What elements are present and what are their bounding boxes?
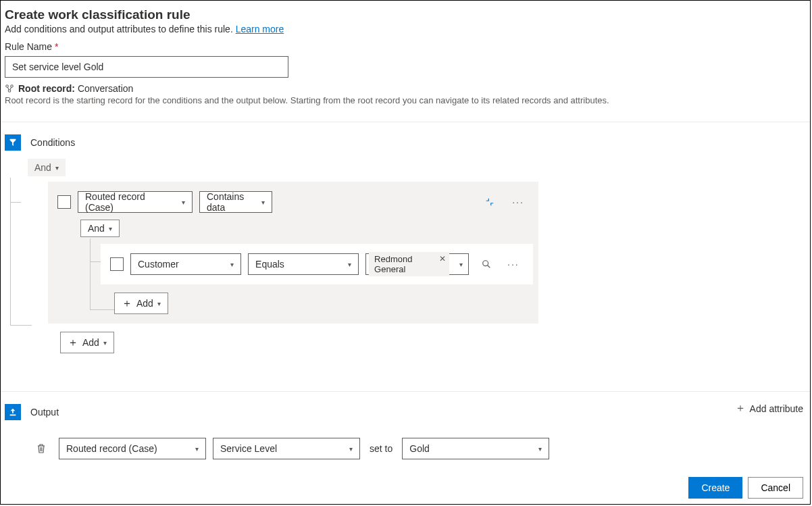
plus-icon: ＋ [122, 297, 132, 311]
remove-tag-icon[interactable]: ✕ [439, 254, 446, 263]
chevron-down-icon: ▾ [261, 199, 265, 206]
output-title: Output [30, 407, 59, 418]
chevron-down-icon: ▾ [459, 261, 463, 268]
svg-point-0 [6, 85, 9, 88]
chevron-down-icon: ▾ [103, 339, 107, 347]
output-attribute-dropdown[interactable]: Service Level ▾ [213, 438, 360, 459]
svg-rect-4 [10, 415, 16, 416]
plus-icon: ＋ [68, 336, 78, 350]
chevron-down-icon: ▾ [109, 225, 112, 232]
page-subtitle: Add conditions and output attributes to … [5, 24, 806, 34]
output-value-dropdown[interactable]: Gold ▾ [402, 438, 549, 459]
output-icon [5, 404, 21, 420]
chevron-down-icon: ▾ [182, 199, 185, 206]
svg-point-2 [8, 90, 11, 93]
chevron-down-icon: ▾ [230, 261, 234, 268]
top-operator-chip[interactable]: And ▾ [28, 159, 66, 176]
condition-row2-field-dropdown[interactable]: Customer ▾ [130, 253, 241, 275]
condition-row1-checkbox[interactable] [57, 195, 71, 209]
conditions-icon [5, 134, 21, 151]
delete-icon[interactable] [36, 443, 52, 454]
condition-row2-value-lookup[interactable]: Redmond General ✕ ▾ [365, 253, 469, 275]
output-entity-dropdown[interactable]: Routed record (Case) ▾ [59, 438, 206, 459]
rule-name-label: Rule Name * [5, 41, 806, 52]
condition-row2-checkbox[interactable] [110, 257, 124, 271]
learn-more-link[interactable]: Learn more [236, 24, 284, 34]
svg-point-1 [11, 85, 14, 88]
root-record-icon [5, 84, 14, 93]
condition-row1-operator-dropdown[interactable]: Contains data ▾ [199, 191, 272, 213]
page-title: Create work classification rule [5, 7, 806, 22]
chevron-down-icon: ▾ [348, 261, 351, 268]
rule-name-input[interactable] [5, 56, 288, 78]
collapse-icon[interactable] [479, 191, 501, 213]
create-button[interactable]: Create [688, 477, 742, 499]
plus-icon: ＋ [735, 401, 746, 415]
search-icon[interactable] [476, 253, 496, 275]
outer-add-button[interactable]: ＋ Add ▾ [60, 332, 114, 353]
condition-row1-field-dropdown[interactable]: Routed record (Case) ▾ [78, 191, 193, 213]
nested-operator-chip[interactable]: And ▾ [80, 220, 120, 237]
svg-point-3 [482, 261, 488, 266]
more-icon[interactable]: ··· [503, 253, 524, 275]
root-record-label: Root record: [18, 83, 75, 94]
chevron-down-icon: ▾ [55, 164, 59, 172]
root-record-value: Conversation [78, 83, 134, 94]
root-record-description: Root record is the starting record for t… [5, 95, 806, 105]
more-icon[interactable]: ··· [507, 191, 529, 213]
cancel-button[interactable]: Cancel [748, 477, 803, 499]
chevron-down-icon: ▾ [195, 445, 199, 453]
condition-row2-operator-dropdown[interactable]: Equals ▾ [248, 253, 359, 275]
conditions-title: Conditions [30, 137, 75, 148]
chevron-down-icon: ▾ [349, 445, 353, 453]
nested-add-button[interactable]: ＋ Add ▾ [114, 293, 168, 314]
chevron-down-icon: ▾ [538, 445, 542, 453]
chevron-down-icon: ▾ [157, 300, 161, 307]
add-attribute-button[interactable]: ＋ Add attribute [735, 401, 803, 415]
set-to-label: set to [367, 443, 395, 454]
